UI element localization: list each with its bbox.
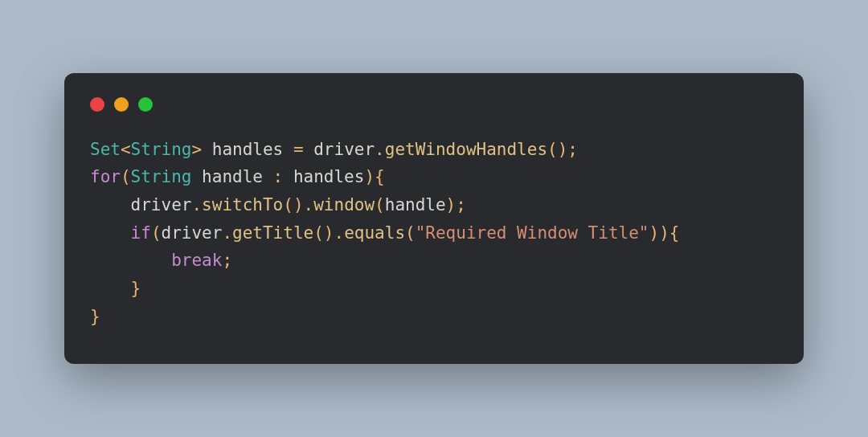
type-token: String [131, 140, 192, 159]
punct-token: ) [659, 223, 669, 243]
code-block: Set<String> handles = driver.getWindowHa… [90, 136, 778, 330]
punct-token: . [304, 195, 314, 214]
punct-token: . [334, 223, 345, 243]
keyword-token: for [90, 167, 121, 186]
punct-token: } [131, 279, 141, 298]
ident-token: driver [304, 140, 375, 159]
punct-token: ) [293, 195, 304, 214]
punct-token: ) [446, 195, 457, 214]
code-line: break; [90, 251, 232, 270]
type-token: String [131, 167, 192, 186]
punct-token: . [375, 140, 385, 159]
ident-token: handles [202, 140, 293, 159]
func-token: window [313, 195, 375, 214]
punct-token: ) [324, 223, 334, 243]
func-token: getWindowHandles [385, 140, 547, 159]
ident-token: handle [385, 195, 446, 214]
punct-token: ) [364, 167, 375, 186]
func-token: getTitle [232, 223, 313, 243]
punct-token: . [191, 195, 202, 214]
punct-token: ( [151, 223, 162, 243]
punct-token: . [222, 223, 232, 243]
indent [90, 251, 171, 270]
punct-token: > [191, 140, 202, 159]
punct-token: { [375, 167, 385, 186]
punct-token: ; [567, 140, 578, 159]
punct-token: ( [121, 167, 131, 186]
code-line: } [90, 307, 100, 326]
punct-token: ; [222, 251, 232, 270]
ident-token: driver [131, 195, 192, 214]
ident-token: handles [283, 167, 364, 186]
punct-token: ( [405, 223, 416, 243]
punct-token: { [669, 223, 680, 243]
close-icon[interactable] [90, 97, 104, 112]
punct-token: ( [375, 195, 385, 214]
indent [90, 279, 131, 298]
func-token: equals [344, 223, 405, 243]
code-line: Set<String> handles = driver.getWindowHa… [90, 140, 578, 159]
punct-token: ) [558, 140, 568, 159]
ident-token: handle [191, 167, 272, 186]
traffic-lights [90, 97, 778, 112]
punct-token: ( [547, 140, 558, 159]
keyword-token: break [171, 251, 222, 270]
code-line: for(String handle : handles){ [90, 167, 385, 186]
punct-token: ( [313, 223, 324, 243]
code-window: Set<String> handles = driver.getWindowHa… [64, 73, 804, 364]
punct-token: = [293, 140, 304, 159]
string-token: "Required Window Title" [416, 223, 649, 243]
code-line: } [90, 279, 141, 298]
indent [90, 223, 131, 243]
punct-token: } [90, 307, 100, 326]
punct-token: < [121, 140, 131, 159]
func-token: switchTo [202, 195, 283, 214]
punct-token: ) [649, 223, 659, 243]
code-line: driver.switchTo().window(handle); [90, 195, 466, 214]
ident-token: driver [162, 223, 223, 243]
maximize-icon[interactable] [138, 97, 153, 112]
punct-token: ; [456, 195, 466, 214]
code-line: if(driver.getTitle().equals("Required Wi… [90, 223, 679, 243]
indent [90, 195, 131, 214]
punct-token: ( [283, 195, 293, 214]
minimize-icon[interactable] [114, 97, 129, 112]
type-token: Set [90, 140, 121, 159]
keyword-token: if [131, 223, 151, 243]
punct-token: : [273, 167, 284, 186]
